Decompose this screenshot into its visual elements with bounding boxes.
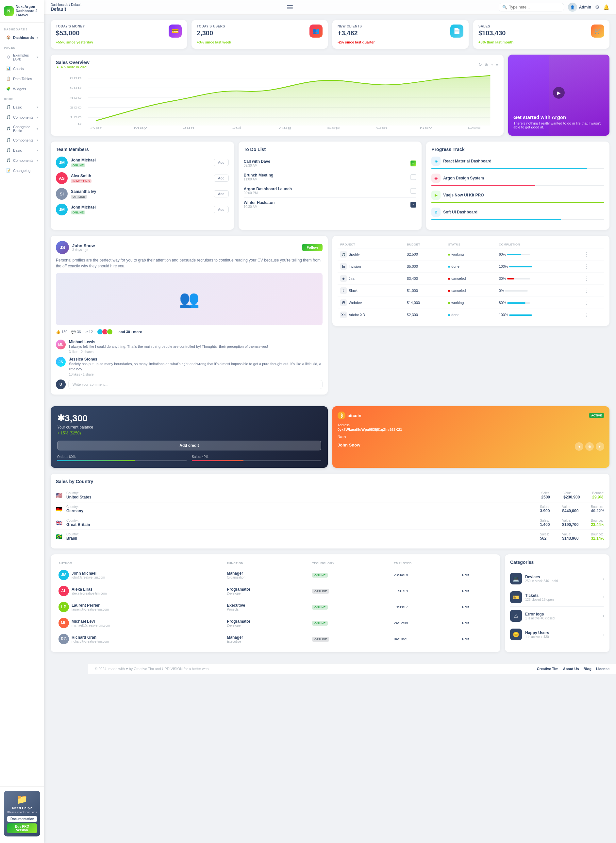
sidebar-item-examples[interactable]: ⬡ Examples (API) ▾ (2, 51, 42, 63)
footer-link-1[interactable]: About Us (563, 667, 579, 671)
country-sales-0: 2500 (541, 495, 561, 499)
bitcoin-action-1[interactable]: ◂ (575, 442, 583, 451)
promo-play-button[interactable]: ▶ (553, 87, 565, 99)
sidebar-item-components-2[interactable]: 🎵 Components ▾ (2, 135, 42, 145)
category-item-0[interactable]: 💻 Devices 250 in stock 346+ sold › (510, 570, 604, 588)
proj-menu-3[interactable]: ⋮ (584, 288, 589, 294)
sidebar-item-changeloc[interactable]: 🎵 Changeloc Basic ▾ (2, 123, 42, 135)
comment-input[interactable] (68, 380, 323, 389)
sidebar-dashboards-label: Dashboards (13, 36, 34, 40)
widgets-icon: 🧩 (6, 86, 11, 91)
promo-title: Get started with Argon (513, 115, 604, 120)
author-row-3: ML Michael Levi michael@creative-tim.com… (56, 615, 495, 631)
employed-3: 24/12/08 (391, 615, 459, 631)
author-name-3: Michael Levi (72, 619, 110, 624)
bell-icon[interactable]: 🔔 (603, 4, 609, 10)
balance-value: ✱3,300 (57, 413, 321, 424)
todo-checkbox-3[interactable]: ✓ (411, 202, 417, 207)
pro-button[interactable]: Buy PRO version (7, 823, 37, 833)
follow-button[interactable]: Follow (302, 244, 323, 251)
sidebar-item-components-3[interactable]: 🎵 Components ▾ (2, 156, 42, 165)
footer-link-0[interactable]: Creative Tim (537, 667, 559, 671)
func-sub-4: Executive (227, 640, 307, 643)
todo-checkbox-0[interactable]: ✓ (411, 160, 417, 166)
category-item-3[interactable]: 😊 Happy Users 1 is active + 430 › (510, 625, 604, 643)
topbar-center (287, 5, 293, 9)
proj-menu-0[interactable]: ⋮ (584, 252, 589, 257)
employed-4: 04/10/21 (391, 631, 459, 647)
edit-button-0[interactable]: Edit (462, 573, 469, 577)
project-row-5: Xd Adobe XD $2,300 done 100% ⋮ (337, 309, 604, 321)
changeloc-icon: 🎵 (6, 126, 11, 131)
brand-area: N Nuxt Argon Dashboard 2 Laravel (0, 0, 44, 22)
search-input[interactable] (509, 5, 560, 9)
func-title-0: Manager (227, 571, 307, 576)
proj-budget-3: $1,000 (404, 285, 446, 297)
team-member-0: JM John Michael ONLINE Add (56, 157, 229, 168)
chart-zoom-icon[interactable]: ⊕ (485, 62, 488, 67)
projects-card: PROJECT BUDGET STATUS COMPLETION 🎵 Spoti… (332, 236, 609, 326)
emp-status-3: ONLINE (312, 621, 328, 626)
svg-text:Aug: Aug (279, 126, 292, 129)
chart-card: Sales Overview ▲ 4% more in 2021 ↻ ⊕ ⌂ ≡ (51, 54, 504, 136)
proj-icon-0: 🎵 (340, 251, 347, 258)
search-bar[interactable]: 🔍 (499, 3, 564, 12)
edit-button-4[interactable]: Edit (462, 637, 469, 641)
proj-menu-2[interactable]: ⋮ (584, 276, 589, 282)
bitcoin-action-2[interactable]: ⊕ (585, 442, 594, 451)
sidebar-item-components-1[interactable]: 🎵 Components ▾ (2, 112, 42, 122)
sidebar-item-datatables[interactable]: 📋 Data Tables (2, 74, 42, 84)
employed-2: 19/09/17 (391, 599, 459, 615)
edit-button-3[interactable]: Edit (462, 621, 469, 625)
svg-text:May: May (133, 126, 148, 129)
chart-refresh-icon[interactable]: ↻ (478, 62, 482, 67)
chart-menu-icon[interactable]: ≡ (496, 62, 498, 67)
author-name-2: Laurent Perrier (72, 603, 109, 608)
sidebar-item-basic-1[interactable]: 🎵 Basic ▾ (2, 102, 42, 112)
todo-time-0: 09:30 AM (244, 164, 408, 167)
hamburger-menu[interactable] (287, 5, 293, 9)
datatables-icon: 📋 (6, 76, 11, 81)
reaction-avatars (97, 329, 111, 335)
proj-menu-4[interactable]: ⋮ (584, 300, 589, 305)
add-member-0-button[interactable]: Add (214, 159, 229, 166)
category-item-2[interactable]: ⚠ Error logs 1 is active 40 closed › (510, 607, 604, 625)
sidebar-item-dashboards[interactable]: 🏠 Dashboards ▾ (2, 33, 42, 43)
sidebar-changeloc-label: Changeloc Basic (13, 125, 35, 133)
todo-checkbox-1[interactable] (411, 174, 417, 180)
sidebar-item-charts[interactable]: 📊 Charts (2, 64, 42, 73)
sidebar-item-changelog[interactable]: 📝 Changelog (2, 166, 42, 176)
footer-link-3[interactable]: License (596, 667, 609, 671)
bitcoin-action-3[interactable]: ▸ (596, 442, 604, 451)
sales-bar (192, 460, 243, 461)
docs-button[interactable]: Documentation (7, 816, 37, 822)
sales-country-rows: 🇺🇸 Country: United States Sales: 2500 Va… (56, 489, 604, 543)
todo-checkbox-2[interactable] (411, 188, 417, 194)
stat-users-change: +3% since last week (197, 40, 231, 44)
add-member-3-button[interactable]: Add (214, 206, 229, 213)
edit-button-2[interactable]: Edit (462, 605, 469, 609)
category-item-1[interactable]: 🎫 Tickets 123 closed 15 open › (510, 588, 604, 607)
add-credit-button[interactable]: Add credit (57, 441, 321, 451)
member-name-1: Alex Smith (71, 173, 210, 178)
sidebar-item-basic-2[interactable]: 🎵 Basic ▾ (2, 145, 42, 155)
stat-sales-value: $103,430 (478, 29, 506, 37)
breadcrumb: Dashboards / Default (51, 3, 81, 7)
add-member-2-button[interactable]: Add (214, 190, 229, 197)
chart-home-icon[interactable]: ⌂ (491, 62, 493, 67)
footer-link-2[interactable]: Blog (584, 667, 591, 671)
proj-menu-1[interactable]: ⋮ (584, 264, 589, 269)
stat-users-value: 2,300 (197, 29, 225, 37)
stat-sales-label: SALES (478, 25, 506, 28)
settings-icon[interactable]: ⚙ (595, 4, 599, 10)
stat-card-money: TODAY'S MONEY $53,000 💳 +55% since yeste… (51, 20, 187, 49)
edit-button-1[interactable]: Edit (462, 589, 469, 593)
add-member-1-button[interactable]: Add (214, 175, 229, 182)
three-col-section: Team Members JM John Michael ONLINE Add … (51, 141, 609, 230)
svg-text:Jul: Jul (232, 126, 242, 129)
admin-area[interactable]: 👤 Admin (568, 3, 591, 12)
sidebar-item-widgets[interactable]: 🧩 Widgets (2, 84, 42, 94)
proj-menu-5[interactable]: ⋮ (584, 312, 589, 318)
country-sales-2: 1.400 (540, 522, 559, 527)
progress-card: Progress Track ◈ React Material Dashboar… (426, 141, 609, 230)
